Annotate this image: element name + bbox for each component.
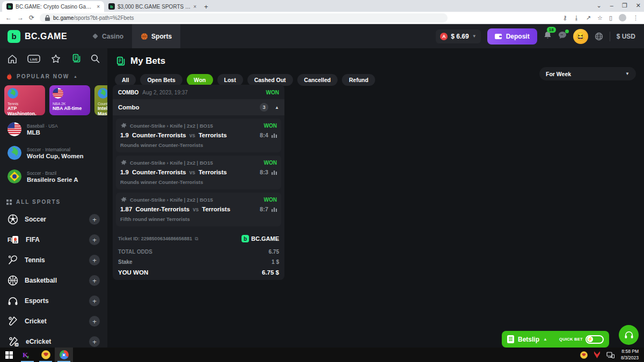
browser-tab-inactive[interactable]: b $3,000 BC.GAME SPORTS PARLA × [104, 1, 201, 12]
wallet-balance[interactable]: A $ 6.69 ▼ [436, 29, 480, 43]
filter-all[interactable]: All [115, 74, 136, 86]
copy-icon[interactable]: ⧉ [195, 236, 198, 242]
tab-close-icon[interactable]: × [97, 4, 100, 10]
usa-flag-icon [8, 122, 21, 136]
network-icon[interactable] [606, 352, 614, 358]
browser-menu-icon[interactable]: ⋮ [633, 14, 639, 21]
expand-plus-icon[interactable]: + [89, 255, 100, 265]
sidebar-item-basketball[interactable]: Basketball + [0, 270, 107, 291]
stats-icon[interactable] [272, 169, 277, 175]
new-tab-button[interactable]: + [201, 1, 211, 12]
clock-time: 8:58 PM [621, 349, 639, 354]
lock-icon [45, 15, 50, 21]
taskbar-app-kz[interactable]: Kz [18, 348, 36, 362]
password-key-icon[interactable]: ⚷ [563, 14, 567, 21]
expand-plus-icon[interactable]: + [89, 234, 100, 245]
headset-icon [624, 330, 634, 339]
home-icon[interactable] [8, 54, 17, 63]
live-icon[interactable]: LIVE [27, 55, 40, 63]
featured-world-cup[interactable]: Soccer · International World Cup, Women [0, 141, 107, 165]
popular-card-nba[interactable]: NBA 2K NBA All-time [49, 85, 90, 115]
sidebar-item-esports[interactable]: Esports + [0, 291, 107, 311]
window-close-icon[interactable]: ✕ [636, 2, 641, 9]
balance-amount: $ 6.69 [451, 33, 469, 40]
combo-collapse-row[interactable]: Combo 3 ▲ [113, 99, 284, 115]
expand-plus-icon[interactable]: + [89, 214, 100, 225]
sidepanel-icon[interactable]: ▯ [609, 14, 612, 21]
forward-icon[interactable]: → [17, 14, 24, 21]
user-avatar[interactable]: 😆 [573, 29, 588, 44]
taskbar-clock[interactable]: 8:58 PM 8/3/2023 [621, 349, 639, 360]
leg-market: Fifth round winner Terrorists [120, 216, 277, 222]
expand-plus-icon[interactable]: + [89, 295, 100, 306]
basketball-icon [8, 275, 18, 286]
bookmark-star-icon[interactable]: ☆ [597, 14, 603, 21]
my-bets-icon[interactable] [71, 54, 80, 63]
language-globe-icon[interactable] [595, 32, 603, 41]
currency-selector[interactable]: $ USD [617, 33, 635, 40]
popular-card-csgo[interactable]: Counter-Strike Intel Extreme Masters [94, 85, 107, 115]
favorites-star-icon[interactable] [51, 54, 61, 63]
bet-leg[interactable]: Counter-Strike › Knife | 2x2 | BO15 WON … [116, 156, 281, 189]
expand-plus-icon[interactable]: + [89, 275, 100, 286]
sidebar-item-fifa[interactable]: FI23 FIFA + [0, 230, 107, 250]
toggle-switch[interactable]: ⚡ [586, 335, 604, 344]
tray-red-icon[interactable] [594, 351, 600, 358]
leg-score: 8:3 [260, 169, 268, 175]
browser-tab-active[interactable]: b BC.GAME: Crypto Casino Games × [2, 1, 104, 12]
filter-cashed-out[interactable]: Cashed Out [247, 74, 293, 86]
expand-plus-icon[interactable]: + [89, 316, 100, 327]
taskbar-app-chrome[interactable] [55, 348, 73, 362]
period-dropdown[interactable]: For Week ▼ [539, 67, 636, 80]
back-icon[interactable]: ← [5, 14, 12, 21]
deposit-button[interactable]: Deposit [487, 28, 537, 45]
download-icon[interactable]: ⭳ [574, 14, 580, 21]
refresh-icon[interactable]: ⟳ [29, 14, 34, 21]
sidebar-item-tennis[interactable]: Tennis + [0, 250, 107, 270]
betslip-bar[interactable]: Betslip ▲ QUICK BET ⚡ [502, 331, 609, 348]
filter-won[interactable]: Won [187, 74, 213, 86]
window-restore-icon[interactable]: ❐ [622, 2, 627, 9]
collapse-chevron-icon[interactable]: ▲ [275, 105, 279, 110]
popular-now-label: POPULAR NOW [17, 73, 69, 79]
filter-open-bets[interactable]: Open Bets [140, 74, 182, 86]
search-icon[interactable] [91, 54, 100, 63]
window-menu-icon[interactable]: ⌄ [597, 2, 602, 9]
tab-close-icon[interactable]: × [193, 4, 196, 10]
browser-profile-avatar[interactable] [619, 14, 626, 21]
share-icon[interactable]: ↗ [586, 14, 591, 21]
tray-coin-icon[interactable] [580, 351, 588, 359]
filter-lost[interactable]: Lost [217, 74, 243, 86]
stats-icon[interactable] [272, 206, 277, 212]
leg-team1: Counter-Terrorists [132, 132, 186, 138]
featured-brasileiro[interactable]: Soccer · Brazil Brasileiro Serie A [0, 165, 107, 188]
notifications-button[interactable]: 18 [544, 31, 552, 42]
start-button[interactable] [0, 348, 18, 362]
sidebar-item-ecricket[interactable]: 24 eCricket + [0, 331, 107, 348]
support-button[interactable] [619, 325, 639, 345]
nav-tab-sports[interactable]: Sports [132, 24, 180, 48]
expand-plus-icon[interactable]: + [89, 336, 100, 347]
popular-now-header[interactable]: POPULAR NOW ▲ [0, 67, 107, 84]
stats-icon[interactable] [272, 132, 277, 138]
taskbar-app-coin[interactable] [36, 348, 55, 362]
counter-strike-icon [120, 122, 127, 129]
sidebar-item-soccer[interactable]: Soccer + [0, 209, 107, 230]
sidebar-item-cricket[interactable]: Cricket + [0, 311, 107, 331]
collapse-chevron-icon[interactable]: ▲ [74, 75, 78, 78]
window-minimize-icon[interactable]: – [610, 2, 613, 9]
you-won-value: 6.75 $ [262, 269, 279, 276]
filter-cancelled[interactable]: Cancelled [297, 74, 338, 86]
chat-button[interactable] [558, 31, 567, 41]
bcgame-logo[interactable]: b BC.GAME [8, 30, 67, 43]
filter-refund[interactable]: Refund [342, 74, 375, 86]
popular-card-tennis[interactable]: Tennis ATP Washington, USA [4, 85, 45, 115]
address-bar[interactable]: bc.game/sports?bt-path=%2Fbets [40, 13, 448, 23]
card-title: ATP Washington, USA [8, 106, 42, 115]
featured-mlb[interactable]: Baseball · USA MLB [0, 117, 107, 141]
total-odds-row: TOTAL ODDS 6.75 [113, 247, 284, 257]
quick-bet-toggle[interactable]: QUICK BET ⚡ [559, 335, 604, 344]
bet-leg[interactable]: Counter-Strike › Knife | 2x2 | BO15 WON … [116, 119, 281, 152]
bet-leg[interactable]: Counter-Strike › Knife | 2x2 | BO15 WON … [116, 193, 281, 226]
nav-tab-casino[interactable]: Casino [83, 24, 132, 48]
